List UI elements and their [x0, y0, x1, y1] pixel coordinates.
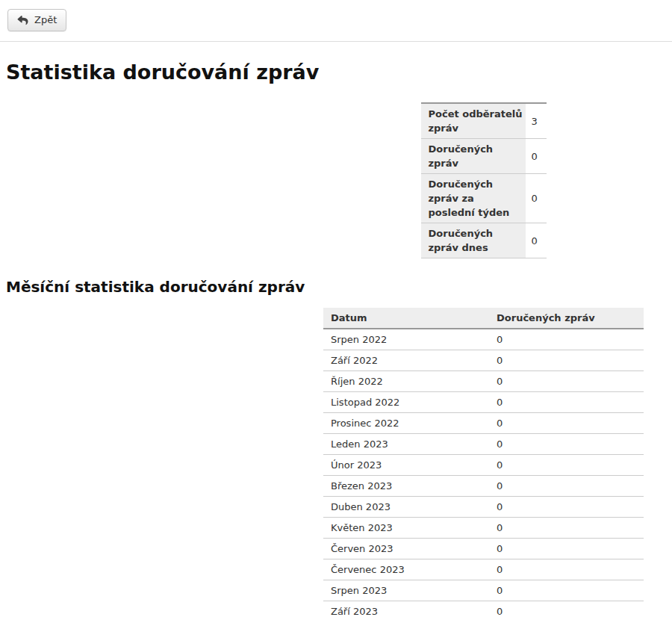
month-cell: Říjen 2022 [323, 371, 489, 392]
summary-column: Počet odběratelů zpráv 3 Doručených zprá… [323, 102, 644, 258]
section-title: Měsíční statistika doručování zpráv [0, 278, 672, 296]
back-button[interactable]: Zpět [7, 9, 66, 31]
table-row: Červenec 2023 0 [323, 559, 644, 580]
summary-label: Doručených zpráv za poslední týden [421, 174, 526, 223]
count-cell: 0 [489, 455, 644, 476]
summary-table: Počet odběratelů zpráv 3 Doručených zprá… [421, 102, 547, 258]
month-cell: Červen 2023 [323, 539, 489, 559]
table-row: Září 2023 0 [323, 601, 644, 617]
count-cell: 0 [489, 371, 644, 392]
count-cell: 0 [489, 580, 644, 601]
month-cell: Srpen 2022 [323, 329, 489, 350]
count-cell: 0 [489, 559, 644, 580]
month-cell: Září 2022 [323, 350, 489, 371]
month-cell: Září 2023 [323, 601, 489, 617]
month-cell: Listopad 2022 [323, 392, 489, 413]
page-title: Statistika doručování zpráv [0, 61, 672, 84]
table-row: Doručených zpráv 0 [421, 139, 547, 174]
reply-arrow-icon [17, 15, 28, 25]
summary-value: 3 [526, 103, 547, 139]
month-cell: Srpen 2023 [323, 580, 489, 601]
column-header-delivered: Doručených zpráv [489, 308, 644, 329]
table-header-row: Datum Doručených zpráv [323, 308, 644, 329]
month-cell: Leden 2023 [323, 434, 489, 455]
back-button-label: Zpět [34, 14, 57, 26]
count-cell: 0 [489, 329, 644, 350]
count-cell: 0 [489, 413, 644, 434]
table-row: Listopad 2022 0 [323, 392, 644, 413]
table-row: Srpen 2022 0 [323, 329, 644, 350]
count-cell: 0 [489, 392, 644, 413]
page: Zpět Statistika doručování zpráv Počet o… [0, 0, 672, 617]
count-cell: 0 [489, 350, 644, 371]
month-cell: Duben 2023 [323, 497, 489, 518]
table-row: Leden 2023 0 [323, 434, 644, 455]
monthly-table: Datum Doručených zpráv Srpen 2022 0 Září… [323, 308, 644, 617]
summary-label: Doručených zpráv dnes [421, 223, 526, 258]
table-row: Březen 2023 0 [323, 476, 644, 497]
table-row: Červen 2023 0 [323, 539, 644, 559]
table-row: Duben 2023 0 [323, 497, 644, 518]
month-cell: Květen 2023 [323, 518, 489, 539]
table-row: Doručených zpráv za poslední týden 0 [421, 174, 547, 223]
summary-label: Doručených zpráv [421, 139, 526, 174]
table-row: Květen 2023 0 [323, 518, 644, 539]
toolbar: Zpět [0, 0, 672, 42]
summary-label: Počet odběratelů zpráv [421, 103, 526, 139]
summary-value: 0 [526, 174, 547, 223]
count-cell: 0 [489, 434, 644, 455]
month-cell: Prosinec 2022 [323, 413, 489, 434]
count-cell: 0 [489, 518, 644, 539]
table-row: Počet odběratelů zpráv 3 [421, 103, 547, 139]
summary-value: 0 [526, 139, 547, 174]
count-cell: 0 [489, 601, 644, 617]
summary-value: 0 [526, 223, 547, 258]
table-row: Únor 2023 0 [323, 455, 644, 476]
month-cell: Březen 2023 [323, 476, 489, 497]
table-row: Říjen 2022 0 [323, 371, 644, 392]
month-cell: Únor 2023 [323, 455, 489, 476]
month-cell: Červenec 2023 [323, 559, 489, 580]
table-row: Září 2022 0 [323, 350, 644, 371]
monthly-column: Datum Doručených zpráv Srpen 2022 0 Září… [323, 308, 644, 617]
table-row: Doručených zpráv dnes 0 [421, 223, 547, 258]
count-cell: 0 [489, 539, 644, 559]
table-row: Srpen 2023 0 [323, 580, 644, 601]
column-header-datum: Datum [323, 308, 489, 329]
count-cell: 0 [489, 476, 644, 497]
table-row: Prosinec 2022 0 [323, 413, 644, 434]
count-cell: 0 [489, 497, 644, 518]
